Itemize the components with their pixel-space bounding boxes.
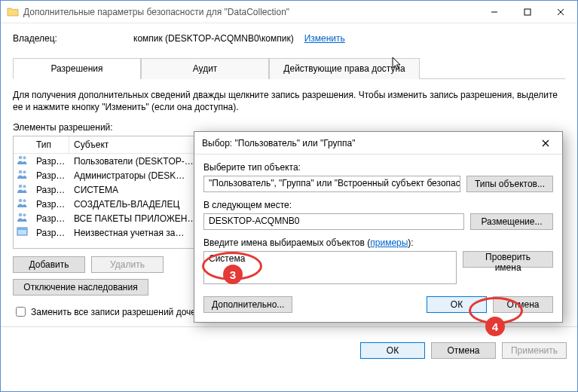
modal-body: Выберите тип объекта: "Пользователь", "Г… [194, 155, 562, 322]
row-type: Разр… [32, 213, 69, 224]
main-title: Дополнительные параметры безопасности дл… [23, 7, 478, 17]
minimize-button[interactable] [478, 1, 511, 23]
modal-cancel-button[interactable]: Отмена [493, 296, 553, 313]
main-footer: ОК Отмена Применить [1, 335, 577, 366]
modal-titlebar: Выбор: "Пользователь" или "Группа" [194, 132, 562, 155]
modal-close-button[interactable] [529, 132, 562, 155]
main-ok-button[interactable]: ОК [360, 342, 425, 359]
owner-row: Владелец: компик (DESKTOP-ACQMNB0\компик… [13, 33, 565, 44]
main-cancel-button[interactable]: Отмена [431, 342, 496, 359]
tab-effective[interactable]: Действующие права доступа [269, 58, 420, 79]
people-icon [14, 212, 32, 225]
owner-change-link[interactable]: Изменить [304, 33, 345, 44]
svg-point-8 [23, 199, 26, 202]
main-apply-button: Применить [502, 342, 567, 359]
svg-point-3 [19, 170, 23, 174]
disable-inheritance-button[interactable]: Отключение наследования [13, 279, 148, 296]
tab-permissions[interactable]: Разрешения [13, 58, 141, 79]
object-type-label: Выберите тип объекта: [203, 162, 553, 173]
object-type-field[interactable]: "Пользователь", "Группа" или "Встроенный… [203, 176, 460, 192]
svg-point-5 [19, 185, 23, 188]
svg-point-4 [23, 170, 26, 173]
svg-rect-0 [524, 9, 531, 15]
names-label-prefix: Введите имена выбираемых объектов ( [203, 237, 370, 248]
owner-value: компик (DESKTOP-ACQMNB0\компик) [133, 33, 294, 44]
people-icon [14, 155, 32, 167]
add-button[interactable]: Добавить [13, 256, 85, 273]
maximize-button[interactable] [511, 1, 544, 23]
row-type: Разр… [32, 156, 69, 167]
people-icon [14, 198, 32, 210]
names-label-suffix: ): [408, 237, 413, 248]
location-field[interactable]: DESKTOP-ACQMNB0 [203, 213, 464, 230]
close-button[interactable] [544, 1, 577, 23]
select-user-dialog: Выбор: "Пользователь" или "Группа" Выбер… [194, 131, 563, 323]
svg-point-10 [23, 213, 26, 216]
modal-title: Выбор: "Пользователь" или "Группа" [202, 138, 529, 149]
owner-label: Владелец: [13, 33, 133, 44]
remove-button: Удалить [91, 256, 164, 273]
svg-point-1 [19, 156, 23, 160]
row-type: Разр… [32, 185, 69, 195]
location-label: В следующем месте: [203, 200, 553, 210]
tabs: Разрешения Аудит Действующие права досту… [13, 57, 565, 79]
people-icon [14, 183, 32, 196]
package-icon [14, 226, 32, 239]
object-types-button[interactable]: Типы объектов... [466, 176, 553, 192]
check-names-button[interactable]: Проверить имена [463, 251, 553, 268]
folder-icon [7, 6, 19, 18]
people-icon [14, 169, 32, 182]
modal-ok-button[interactable]: ОК [427, 296, 487, 313]
instructions: Для получения дополнительных сведений дв… [13, 90, 565, 113]
svg-point-7 [19, 199, 23, 203]
main-titlebar: Дополнительные параметры безопасности дл… [1, 1, 577, 23]
tab-audit[interactable]: Аудит [141, 58, 269, 79]
svg-point-6 [23, 185, 26, 188]
row-type: Разр… [32, 228, 69, 238]
svg-rect-12 [17, 228, 27, 230]
location-button[interactable]: Размещение... [470, 213, 553, 230]
replace-checkbox[interactable] [16, 307, 26, 317]
names-label: Введите имена выбираемых объектов (приме… [203, 237, 553, 248]
col-type[interactable]: Тип [32, 136, 69, 153]
svg-point-9 [19, 213, 23, 217]
svg-point-2 [23, 156, 26, 159]
row-type: Разр… [32, 199, 69, 210]
advanced-button[interactable]: Дополнительно... [203, 296, 292, 313]
examples-link[interactable]: примеры [370, 237, 408, 248]
object-names-input[interactable] [203, 251, 457, 284]
row-type: Разр… [32, 170, 69, 181]
